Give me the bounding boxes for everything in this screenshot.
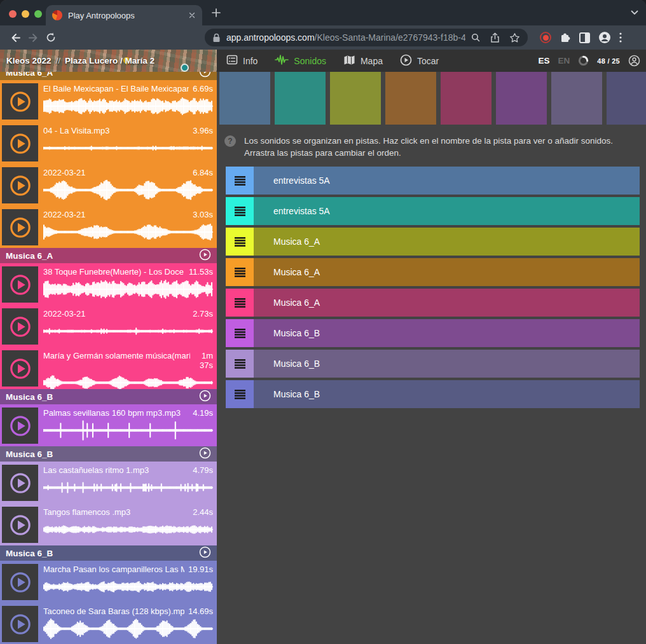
track-drag-handle[interactable] bbox=[226, 258, 254, 286]
clip-play-button[interactable] bbox=[2, 83, 38, 120]
track-drag-handle[interactable] bbox=[226, 380, 254, 408]
bookmark-star-icon[interactable] bbox=[509, 32, 520, 43]
section-play-circle-icon[interactable] bbox=[199, 546, 211, 560]
clip-waveform[interactable] bbox=[43, 575, 213, 599]
track-row[interactable]: Musica 6_A bbox=[226, 228, 640, 256]
track-color-swatch[interactable] bbox=[496, 72, 547, 125]
minimize-window-button[interactable] bbox=[22, 10, 29, 18]
record-extension-icon[interactable] bbox=[540, 32, 551, 43]
lock-icon[interactable] bbox=[212, 33, 221, 43]
section-play-circle-icon[interactable] bbox=[199, 447, 211, 461]
track-color-swatch[interactable] bbox=[385, 72, 436, 125]
clip-waveform[interactable] bbox=[43, 94, 213, 118]
clip-play-button[interactable] bbox=[2, 408, 38, 444]
drag-handle-icon bbox=[235, 237, 245, 247]
forward-button[interactable] bbox=[24, 29, 42, 46]
section-play-circle-icon[interactable] bbox=[199, 390, 211, 404]
clip-play-button[interactable] bbox=[2, 350, 38, 387]
clip-duration: 3.96s bbox=[193, 126, 213, 135]
track-drag-handle[interactable] bbox=[226, 350, 254, 378]
clip-waveform[interactable] bbox=[43, 220, 213, 244]
clip-play-button[interactable] bbox=[2, 167, 38, 203]
track-row[interactable]: Musica 6_B bbox=[226, 319, 640, 347]
breadcrumb-project[interactable]: Kleos 2022 bbox=[6, 56, 52, 65]
track-row[interactable]: Musica 6_A bbox=[226, 289, 640, 317]
track-row[interactable]: Musica 6_B bbox=[226, 350, 640, 378]
clip-duration: 11.53s bbox=[189, 267, 213, 277]
extensions-puzzle-icon[interactable] bbox=[560, 32, 571, 43]
clip-play-button[interactable] bbox=[2, 209, 38, 245]
clip-play-button[interactable] bbox=[2, 606, 38, 642]
back-button[interactable] bbox=[6, 29, 24, 46]
clip-waveform[interactable] bbox=[43, 136, 213, 160]
track-drag-handle[interactable] bbox=[226, 228, 254, 256]
browser-tab[interactable]: Play Antropoloops bbox=[46, 5, 202, 25]
section-header[interactable]: Musica 6_B bbox=[0, 545, 217, 561]
lang-es[interactable]: ES bbox=[538, 56, 549, 65]
tab-mapa[interactable]: Mapa bbox=[343, 55, 383, 67]
address-bar[interactable]: app.antropoloops.com/Kleos-Santa-Marina/… bbox=[205, 29, 528, 46]
track-drag-handle[interactable] bbox=[226, 319, 254, 347]
url-text[interactable]: app.antropoloops.com/Kleos-Santa-Marina/… bbox=[226, 32, 465, 43]
track-row[interactable]: entrevistas 5A bbox=[226, 197, 640, 225]
clip-play-button[interactable] bbox=[2, 266, 38, 303]
section-header[interactable]: Musica 6_B bbox=[0, 446, 217, 462]
clip-duration: 1m 37s bbox=[194, 351, 213, 370]
track-color-swatch[interactable] bbox=[607, 72, 646, 125]
track-drag-handle[interactable] bbox=[226, 289, 254, 317]
browser-menu-kebab-icon[interactable] bbox=[619, 32, 622, 43]
track-row[interactable]: Musica 6_B bbox=[226, 380, 640, 408]
track-name[interactable]: Musica 6_B bbox=[254, 350, 640, 378]
clip-waveform[interactable] bbox=[43, 277, 213, 301]
clip-waveform[interactable] bbox=[43, 319, 213, 343]
track-color-swatch[interactable] bbox=[551, 72, 602, 125]
track-drag-handle[interactable] bbox=[226, 167, 254, 195]
close-window-button[interactable] bbox=[9, 10, 17, 18]
clip-waveform[interactable] bbox=[43, 178, 213, 202]
clip-waveform[interactable] bbox=[43, 517, 213, 542]
track-color-swatch[interactable] bbox=[441, 72, 491, 125]
track-color-swatch[interactable] bbox=[219, 72, 270, 125]
track-row[interactable]: Musica 6_A bbox=[226, 258, 640, 286]
new-tab-button[interactable] bbox=[211, 8, 221, 18]
section-header[interactable]: Musica 6_B bbox=[0, 389, 217, 404]
track-name[interactable]: Musica 6_B bbox=[254, 319, 640, 347]
tab-close-icon[interactable] bbox=[188, 11, 196, 19]
tab-tocar[interactable]: Tocar bbox=[400, 54, 439, 68]
clip-waveform[interactable] bbox=[43, 418, 213, 442]
section-play-circle-icon[interactable] bbox=[199, 72, 211, 79]
section-header[interactable]: Musica 6_A bbox=[0, 72, 217, 80]
tab-info[interactable]: Info bbox=[226, 54, 258, 67]
audio-clip: 2022-03-21 6.84s bbox=[0, 164, 217, 206]
track-color-swatch[interactable] bbox=[275, 72, 326, 125]
tab-search-chevron-icon[interactable] bbox=[631, 10, 638, 15]
track-drag-handle[interactable] bbox=[226, 197, 254, 225]
zoom-page-icon[interactable] bbox=[471, 32, 481, 43]
track-name[interactable]: Musica 6_B bbox=[254, 380, 640, 408]
section-title: Musica 6_B bbox=[6, 392, 53, 402]
tab-sonidos[interactable]: Sonidos bbox=[275, 54, 326, 67]
track-name[interactable]: Musica 6_A bbox=[254, 258, 640, 286]
track-name[interactable]: Musica 6_A bbox=[254, 289, 640, 317]
track-row[interactable]: entrevistas 5A bbox=[226, 167, 640, 195]
clip-play-button[interactable] bbox=[2, 507, 38, 543]
track-name[interactable]: Musica 6_A bbox=[254, 228, 640, 256]
clip-waveform[interactable] bbox=[43, 617, 213, 641]
zoom-window-button[interactable] bbox=[34, 10, 42, 18]
clip-play-button[interactable] bbox=[2, 564, 38, 600]
section-header[interactable]: Musica 6_A bbox=[0, 248, 217, 263]
profile-avatar[interactable] bbox=[598, 31, 611, 44]
track-name[interactable]: entrevistas 5A bbox=[254, 167, 640, 195]
clip-play-button[interactable] bbox=[2, 465, 38, 501]
lang-en[interactable]: EN bbox=[558, 56, 570, 65]
track-color-swatch[interactable] bbox=[330, 72, 381, 125]
reload-button[interactable] bbox=[42, 29, 60, 46]
clip-play-button[interactable] bbox=[2, 308, 38, 345]
clip-waveform[interactable] bbox=[43, 476, 213, 500]
side-panel-icon[interactable] bbox=[579, 32, 590, 43]
section-play-circle-icon[interactable] bbox=[199, 249, 211, 263]
share-icon[interactable] bbox=[490, 32, 500, 43]
clip-play-button[interactable] bbox=[2, 125, 38, 161]
account-icon[interactable] bbox=[628, 55, 640, 67]
track-name[interactable]: entrevistas 5A bbox=[254, 197, 640, 225]
